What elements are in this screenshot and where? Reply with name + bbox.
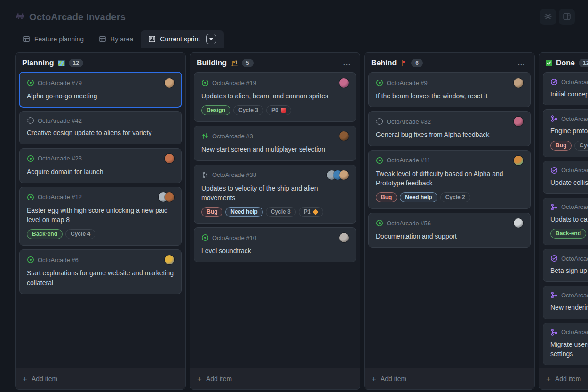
card[interactable]: OctoArcade #3New start screen and multip…: [194, 126, 356, 160]
card[interactable]: OctoArcade #32General bug fixes from Alp…: [368, 111, 531, 146]
avatar: [514, 218, 523, 228]
card-title: Engine prototype: [550, 126, 588, 136]
card-title: Start explorations for game website and …: [27, 268, 174, 288]
card[interactable]: OctoArcade #6Start explorations for game…: [19, 249, 182, 294]
add-item-button[interactable]: +Add item: [190, 368, 360, 389]
issue-open-icon: [376, 157, 383, 164]
card[interactable]: OctoArcade #56Documentation and support: [368, 213, 531, 248]
card-meta: OctoArcade #11: [376, 156, 523, 165]
card[interactable]: OctoArcadeEngine prototypeBugCycle 1: [543, 109, 588, 157]
p0-emoji: [281, 108, 286, 113]
avatar: [165, 154, 174, 163]
avatar: [165, 78, 174, 88]
add-item-button[interactable]: +Add item: [365, 368, 534, 389]
label-pill: P0: [266, 105, 291, 115]
card-ref: OctoArcade: [561, 167, 588, 174]
card[interactable]: OctoArcade #79Alpha go-no-go meeting: [19, 72, 182, 107]
avatar: [339, 131, 349, 141]
avatar: [165, 192, 174, 202]
add-item-label: Add item: [555, 375, 581, 383]
card-ref: OctoArcade: [561, 79, 588, 86]
tab-feature-planning[interactable]: Feature planning: [15, 30, 91, 48]
add-item-button[interactable]: +Add item: [539, 368, 588, 389]
avatar: [514, 78, 523, 88]
card[interactable]: OctoArcade #23Acquire domain for launch: [19, 148, 182, 183]
avatar-stack: [514, 117, 523, 126]
add-item-label: Add item: [381, 375, 406, 383]
label-pill: Cycle 4: [65, 229, 95, 239]
column-title: Building: [197, 59, 227, 67]
card-ref: OctoArcade #32: [387, 118, 431, 125]
card[interactable]: OctoArcadeUpdats to cannonBack-endCycle …: [543, 198, 588, 245]
column-menu-button[interactable]: …: [516, 60, 528, 66]
card-ref: OctoArcade: [561, 255, 588, 262]
card-ref: OctoArcade: [561, 292, 588, 299]
card-title: Updates to velocity of the ship and alie…: [201, 184, 349, 203]
label-text: Cycle 3: [271, 208, 291, 216]
card-title: Level soundtrack: [201, 246, 349, 256]
add-item-label: Add item: [32, 375, 57, 383]
card-title: Documentation and support: [376, 232, 523, 241]
issue-open-icon: [27, 193, 34, 201]
card-meta: OctoArcade: [550, 167, 588, 174]
card-title: Acquire domain for launch: [27, 167, 174, 176]
card-meta: OctoArcade: [550, 291, 588, 299]
column-count-badge: 12: [579, 59, 588, 67]
label-pill: P1: [299, 207, 324, 217]
card[interactable]: OctoArcadeUpdate collision: [543, 161, 588, 194]
column-menu-button[interactable]: …: [341, 60, 353, 66]
card-meta: OctoArcade #23: [27, 154, 174, 163]
card[interactable]: OctoArcade #38Updates to velocity of the…: [194, 165, 356, 224]
avatar: [339, 78, 349, 88]
card[interactable]: OctoArcadeInitial concept: [543, 72, 588, 105]
card-meta: OctoArcade #56: [376, 218, 523, 228]
card-title: Initial concept: [550, 89, 588, 99]
card[interactable]: OctoArcade #12Easter egg with high score…: [19, 187, 182, 246]
table-icon: [99, 35, 106, 43]
side-panel-icon: [563, 12, 571, 22]
label-pill: Cycle 2: [440, 192, 470, 202]
space-invader-logo-icon: [15, 12, 25, 22]
card-ref: OctoArcade #6: [38, 256, 79, 264]
avatar-stack: [327, 170, 349, 180]
card[interactable]: OctoArcadeBeta sign up: [543, 249, 588, 282]
card-meta: OctoArcade #3: [201, 131, 349, 141]
card-meta: OctoArcade #38: [201, 170, 349, 180]
plus-icon: +: [197, 375, 202, 383]
card[interactable]: OctoArcade #19Updates to alien, beam, an…: [194, 72, 356, 122]
avatar-stack: [514, 78, 523, 88]
card-meta: OctoArcade #79: [27, 78, 174, 88]
card-ref: OctoArcade #3: [212, 133, 253, 140]
card[interactable]: OctoArcade #42Creative design update to …: [19, 111, 182, 144]
card[interactable]: OctoArcade #11Tweak level of difficulty …: [368, 150, 531, 209]
card[interactable]: OctoArcadeMigrate users settings: [543, 323, 588, 366]
side-panel-button[interactable]: [559, 9, 575, 25]
tab-current-sprint[interactable]: Current sprint: [141, 30, 224, 48]
chevron-down-icon[interactable]: [206, 34, 216, 44]
issue-closed-icon: [550, 255, 558, 262]
label-pill: Cycle 1: [574, 141, 588, 151]
card-list: OctoArcade #79Alpha go-no-go meetingOcto…: [16, 72, 185, 368]
draft-issue-icon: [376, 118, 383, 125]
view-tabs: Feature planning By area Current sprint: [0, 29, 588, 48]
column-planning: Planning12OctoArcade #79Alpha go-no-go m…: [15, 52, 186, 390]
label-text: Design: [207, 107, 225, 114]
card-title: Beta sign up: [550, 266, 588, 275]
card-meta: OctoArcade #12: [27, 192, 174, 202]
issue-open-icon: [27, 155, 34, 162]
card[interactable]: OctoArcade #9If the beam leaves the wind…: [368, 72, 531, 107]
label-row: BugNeed helpCycle 2: [376, 192, 523, 202]
issue-open-icon: [376, 79, 383, 87]
settings-button[interactable]: [540, 9, 556, 25]
pr-merged-icon: [550, 291, 558, 299]
column-count-badge: 5: [242, 59, 254, 67]
p1-emoji: [313, 210, 318, 214]
card-ref: OctoArcade #10: [212, 234, 256, 241]
card[interactable]: OctoArcade #10Level soundtrack: [194, 227, 356, 262]
tab-by-area[interactable]: By area: [91, 30, 141, 48]
label-text: P0: [271, 107, 278, 114]
card[interactable]: OctoArcadeNew rendering: [543, 286, 588, 319]
card-list: OctoArcade #9If the beam leaves the wind…: [365, 72, 534, 368]
add-item-button[interactable]: +Add item: [16, 368, 185, 389]
card-meta: OctoArcade #9: [376, 78, 523, 88]
